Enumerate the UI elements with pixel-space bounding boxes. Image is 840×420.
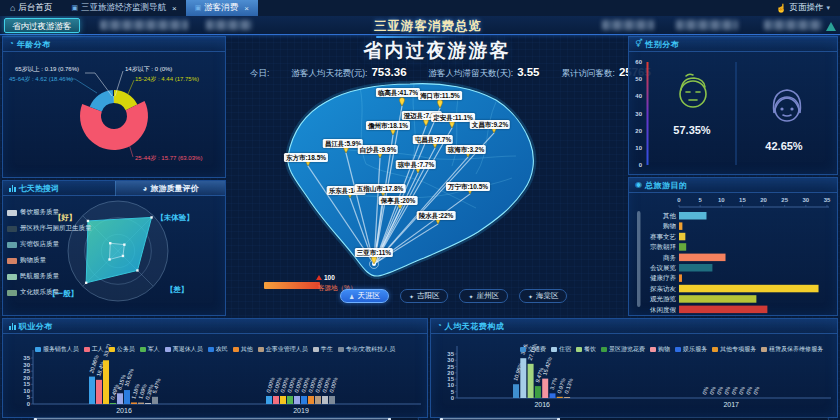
window-icon: ▣: [195, 4, 202, 12]
page-ops-button[interactable]: ☝ 页面操作 ▾: [766, 2, 840, 14]
legend-swatch: [313, 347, 319, 352]
legend-item[interactable]: 住宿: [551, 345, 571, 354]
svg-text:15: 15: [23, 381, 30, 387]
legend-item[interactable]: 餐饮: [576, 345, 596, 354]
legend-item[interactable]: 宾馆饭店质量: [7, 240, 92, 249]
svg-text:2017: 2017: [723, 401, 739, 408]
district-buttons: ♟天涯区✦吉阳区✦崖州区✦海棠区: [340, 289, 567, 303]
blurred-nav-item[interactable]: [602, 20, 654, 30]
legend-item[interactable]: 交通费: [520, 345, 546, 354]
legend-item[interactable]: 民航服务质量: [7, 272, 92, 281]
tab-quality-evaluation[interactable]: ◕ 旅游质量评价: [115, 181, 225, 196]
legend-swatch: [675, 347, 681, 352]
close-icon[interactable]: ×: [244, 4, 249, 13]
panel-header: ◔ 年龄分布: [3, 37, 225, 52]
district-button-崖州区[interactable]: ✦崖州区: [459, 289, 508, 303]
pie-icon: ◕: [143, 184, 148, 193]
legend-swatch: [601, 347, 607, 352]
legend-item[interactable]: 其他: [233, 345, 253, 354]
legend-swatch: [7, 210, 17, 216]
tab-visitor-consumption[interactable]: ▣ 游客消费 ×: [186, 0, 258, 16]
legend-item[interactable]: 专业/文教科技人员: [338, 345, 396, 354]
legend-item[interactable]: 文化娱乐质量: [7, 288, 92, 297]
subtab-overnight-visitors[interactable]: 省内过夜游游客: [4, 18, 80, 33]
female-percentage: 42.65%: [749, 140, 819, 152]
svg-text:50: 50: [635, 76, 642, 82]
legend-label: 公务员: [117, 345, 135, 354]
legend-item[interactable]: 景区秩序与厕所卫生质量: [7, 224, 92, 233]
svg-text:15: 15: [739, 197, 746, 203]
legend-item[interactable]: 军人: [140, 345, 160, 354]
panel-header: ◔ 人均天花费构成: [431, 319, 837, 334]
svg-text:探亲访友: 探亲访友: [650, 285, 677, 292]
svg-text:休闲度假: 休闲度假: [650, 306, 677, 314]
legend-swatch: [84, 347, 90, 352]
legend-swatch: [551, 347, 557, 352]
legend-item[interactable]: 农民: [208, 345, 228, 354]
legend-item[interactable]: 娱乐服务: [675, 345, 707, 354]
svg-text:健康疗养: 健康疗养: [650, 274, 677, 282]
panel-travel-purpose: ◉ 总旅游目的 05101520253035其他购物赛事文艺宗教朝拜商务会议展览…: [628, 177, 838, 316]
home-nav[interactable]: ⌂ 后台首页: [0, 0, 62, 16]
map-region: 省内过夜游游客 今日: 游客人均天花费(元): 753.36 游客人均滞留天数(…: [228, 36, 626, 316]
legend-item[interactable]: 离退休人员: [165, 345, 203, 354]
svg-text:15: 15: [447, 376, 454, 382]
legend-item[interactable]: 服务销售人员: [35, 345, 79, 354]
tab-monitor-nav[interactable]: ▣ 三亚旅游经济监测导航 ×: [62, 0, 185, 16]
district-button-海棠区[interactable]: ✦海棠区: [519, 289, 568, 303]
legend-item[interactable]: 餐饮服务质量: [7, 208, 92, 217]
blurred-nav-item[interactable]: [764, 20, 822, 30]
district-button-吉阳区[interactable]: ✦吉阳区: [400, 289, 449, 303]
panel-header: ⚥ 性别分布: [629, 37, 837, 52]
legend-label: 农民: [216, 345, 228, 354]
panel-header: 七天热搜词 ◕ 旅游质量评价: [3, 181, 225, 196]
district-label: 崖州区: [476, 291, 499, 301]
bar-chart-icon: [9, 323, 16, 330]
panel-title: 人均天花费构成: [445, 321, 505, 332]
svg-text:购物: 购物: [663, 222, 676, 230]
legend-item[interactable]: 学生: [313, 345, 333, 354]
dashboard-root: ⌂ 后台首页 ▣ 三亚旅游经济监测导航 × ▣ 游客消费 × ☝ 页面操作 ▾ …: [0, 0, 840, 420]
mountain-icon: [826, 22, 836, 31]
gender-icon: ⚥: [635, 40, 642, 48]
top-bar: ⌂ 后台首页 ▣ 三亚旅游经济监测导航 × ▣ 游客消费 × ☝ 页面操作 ▾: [0, 0, 840, 16]
legend-item[interactable]: 其他专项服务: [712, 345, 756, 354]
target-icon: ◉: [635, 181, 642, 189]
legend-label: 景区游览花费: [609, 345, 645, 354]
legend-label: 学生: [321, 345, 333, 354]
svg-text:2016: 2016: [534, 401, 550, 408]
legend-label: 文化娱乐质量: [20, 288, 59, 297]
legend-item[interactable]: 景区游览花费: [601, 345, 645, 354]
blurred-nav-item[interactable]: [676, 20, 738, 30]
legend-swatch: [761, 347, 767, 352]
district-button-天涯区[interactable]: ♟天涯区: [340, 289, 389, 303]
legend-label: 交通费: [528, 345, 546, 354]
svg-text:60: 60: [635, 59, 642, 65]
tab-label: 游客消费: [204, 2, 238, 14]
tab-hot-search-words[interactable]: 七天热搜词: [3, 181, 112, 196]
legend-item[interactable]: 购物质量: [7, 256, 92, 265]
legend-label: 宾馆饭店质量: [20, 240, 59, 249]
svg-text:20: 20: [23, 375, 30, 381]
legend-item[interactable]: 企事业管理人员: [258, 345, 308, 354]
svg-text:0: 0: [451, 395, 455, 401]
legend-item[interactable]: 公务员: [109, 345, 135, 354]
svg-text:0: 0: [677, 197, 681, 203]
legend-label: 住宿: [559, 345, 571, 354]
age-callout-label: 45-64岁 : 4.62 (18.46%): [9, 75, 73, 84]
close-icon[interactable]: ×: [172, 4, 177, 13]
svg-text:5: 5: [451, 389, 455, 395]
blurred-nav-item[interactable]: [206, 20, 252, 30]
legend-item[interactable]: 租赁及保养维修服务: [761, 345, 823, 354]
legend-label: 工人: [92, 345, 104, 354]
legend-label: 购物质量: [20, 256, 46, 265]
legend-swatch: [208, 347, 214, 352]
district-label: 海棠区: [536, 291, 559, 301]
legend-item[interactable]: 购物: [650, 345, 670, 354]
svg-text:30: 30: [635, 111, 642, 117]
legend-item[interactable]: 工人: [84, 345, 104, 354]
pie-icon: ◔: [437, 322, 442, 330]
panel-title: 总旅游目的: [645, 180, 688, 191]
blurred-nav-item[interactable]: [100, 20, 188, 30]
panel-title: 职业分布: [19, 321, 53, 332]
